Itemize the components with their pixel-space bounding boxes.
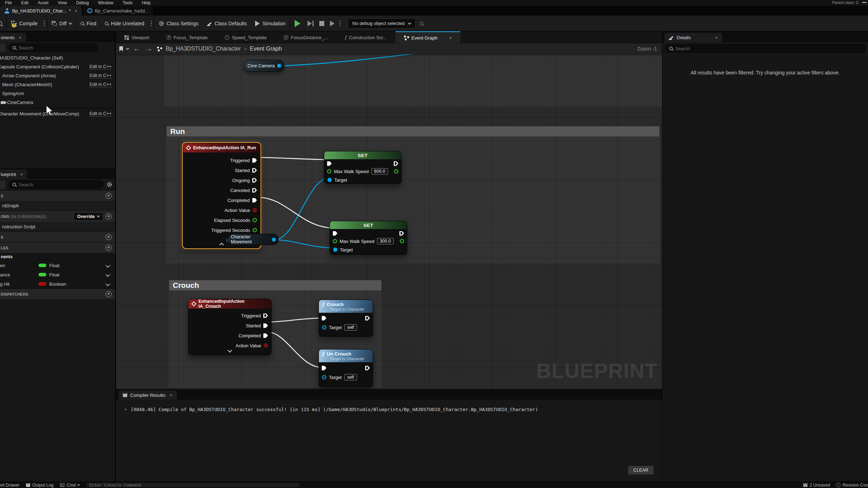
revision-control-button[interactable]: Revision Con	[836, 483, 868, 488]
node-cine-camera[interactable]: Cine Camera	[244, 60, 284, 72]
comment-crouch-title[interactable]: Crouch	[169, 280, 381, 290]
tab-speed-template[interactable]: Speed_Template	[216, 31, 275, 43]
menu-debug[interactable]: Debug	[76, 0, 89, 5]
blueprint-filter-button[interactable]	[0, 180, 6, 189]
menu-asset[interactable]: Asset	[38, 0, 48, 5]
close-icon[interactable]: ×	[20, 172, 23, 177]
my-blueprint-panel-tab[interactable]: lueprint ×	[0, 170, 27, 179]
forward-arrow-icon[interactable]: →	[145, 45, 154, 52]
exec-in-pin[interactable]	[333, 231, 337, 236]
add-component-button[interactable]	[0, 43, 6, 52]
elapsed-seconds-pin[interactable]	[253, 218, 257, 222]
node-character-movement[interactable]: Character Movement	[228, 234, 279, 245]
node-ia-crouch[interactable]: EnhancedInputAction IA_Crouch Triggered …	[188, 299, 272, 355]
details-search-input[interactable]	[675, 46, 861, 51]
compiler-results-tab[interactable]: Compiler Results ×	[119, 390, 177, 400]
settings-gear-icon[interactable]	[107, 182, 112, 187]
exec-pin-triggered[interactable]	[263, 313, 268, 318]
frameskip-button[interactable]	[305, 16, 316, 31]
my-blueprint-search[interactable]	[9, 180, 104, 189]
node-ia-run[interactable]: EnhancedInputAction IA_Run Triggered Sta…	[183, 143, 260, 248]
functions-section-header[interactable]: ONS (34 OVERRIDABLE) Override +	[0, 211, 115, 222]
tab-focus-template[interactable]: Focus_Template	[158, 31, 216, 43]
override-dropdown[interactable]: Override	[74, 213, 103, 220]
edit-in-cpp-link[interactable]: Edit in C++	[89, 82, 112, 87]
bookmark-icon[interactable]	[119, 46, 123, 51]
exec-out-pin[interactable]	[365, 366, 370, 370]
construction-script-row[interactable]: nstruction Script	[0, 222, 115, 232]
unsaved-indicator[interactable]: 2 Unsaved	[803, 483, 830, 488]
edit-in-cpp-link[interactable]: Edit in C++	[89, 64, 112, 69]
variable-row[interactable]: g Hit Boolean	[0, 279, 115, 289]
menu-help[interactable]: Help	[142, 0, 151, 5]
class-settings-button[interactable]: Class Settings	[154, 16, 203, 31]
tab-event-graph[interactable]: Event Graph ×	[396, 31, 461, 43]
output-log-button[interactable]: Output Log	[26, 483, 53, 488]
exec-pin-triggered[interactable]	[252, 158, 257, 163]
tab-viewport[interactable]: Viewport	[116, 31, 158, 43]
exec-pin-started[interactable]	[252, 168, 257, 173]
action-value-pin[interactable]	[253, 208, 257, 212]
float-out-pin[interactable]	[400, 239, 404, 243]
triggered-seconds-pin[interactable]	[253, 228, 257, 232]
variable-row[interactable]: ance Float	[0, 270, 115, 279]
menu-view[interactable]: View	[58, 0, 67, 5]
component-row-springarm[interactable]: SpringArm	[0, 89, 115, 98]
hide-unrelated-button[interactable]: Hide Unrelated	[100, 16, 148, 31]
compile-options-icon[interactable]	[42, 21, 47, 26]
comment-run-title[interactable]: Run	[167, 126, 659, 136]
component-row-mesh[interactable]: Mesh (CharacterMesh0) Edit in C++	[0, 80, 115, 89]
object-output-pin[interactable]	[272, 238, 276, 242]
action-value-pin[interactable]	[264, 343, 268, 348]
chevron-down-icon[interactable]	[126, 47, 129, 50]
component-row-cinecamera[interactable]: CineCamera	[0, 98, 115, 107]
max-walk-speed-value[interactable]: 600.0	[371, 168, 388, 175]
edit-in-cpp-link[interactable]: Edit in C++	[89, 111, 112, 116]
macros-section-header[interactable]: S +	[0, 232, 115, 242]
add-dispatcher-icon[interactable]: +	[105, 291, 112, 297]
event-dispatchers-section-header[interactable]: DISPATCHERS +	[0, 289, 115, 299]
find-button[interactable]: Find	[76, 16, 100, 31]
exec-out-pin[interactable]	[365, 316, 370, 321]
target-self-value[interactable]: self	[344, 374, 357, 380]
event-graph-canvas[interactable]: Run Crouch Cine Camera EnhancedInput	[116, 54, 662, 389]
close-icon[interactable]: ×	[75, 8, 78, 14]
target-pin[interactable]	[322, 375, 326, 379]
exec-out-pin[interactable]	[394, 161, 398, 166]
float-in-pin[interactable]	[333, 239, 337, 243]
component-row-arrow[interactable]: Arrow Component (Arrow) Edit in C++	[0, 71, 115, 80]
node-set-maxwalkspeed-300[interactable]: SET Max Walk Speed 300.0 Target	[330, 221, 407, 255]
details-panel-tab[interactable]: Details ×	[665, 33, 722, 42]
exec-pin-completed[interactable]	[252, 198, 257, 203]
variables-category-components[interactable]: nents	[0, 253, 115, 261]
asset-tab-character[interactable]: Bp_HA3DSTUDIO_Char... * ×	[0, 6, 82, 16]
content-drawer-button[interactable]: ent Drawer	[0, 483, 20, 488]
close-icon[interactable]: ×	[170, 393, 172, 398]
components-panel-tab[interactable]: onents ×	[0, 33, 26, 42]
add-macro-icon[interactable]: +	[105, 234, 112, 240]
play-button[interactable]	[290, 16, 305, 31]
compiler-log-line[interactable]: • [0848.46] Compile of Bp_HA3DSTUDIO_Cha…	[116, 400, 662, 412]
exec-in-pin[interactable]	[322, 316, 326, 321]
float-out-pin[interactable]	[394, 169, 398, 173]
event-graph-row[interactable]: ntGraph	[0, 201, 115, 211]
float-in-pin[interactable]	[327, 169, 331, 173]
object-output-pin[interactable]	[277, 64, 281, 68]
target-pin[interactable]	[327, 178, 332, 182]
exec-in-pin[interactable]	[322, 366, 326, 370]
debug-filter-button[interactable]	[415, 16, 428, 31]
variable-row[interactable]: en Float	[0, 261, 115, 270]
comment-top-partial[interactable]	[164, 54, 662, 106]
play-options-icon[interactable]	[337, 21, 343, 26]
tab-construction-script[interactable]: f Construction Scr...	[336, 31, 395, 43]
eye-closed-icon[interactable]	[105, 282, 111, 285]
exec-in-pin[interactable]	[327, 161, 332, 166]
close-icon[interactable]: ×	[19, 35, 22, 40]
max-walk-speed-value[interactable]: 300.0	[377, 238, 394, 244]
add-variable-icon[interactable]: +	[105, 245, 112, 251]
hide-unrelated-options-icon[interactable]	[149, 21, 154, 26]
node-crouch[interactable]: fCrouch Target is Character Target self	[319, 300, 373, 337]
component-row-capsule[interactable]: Capsule Component (CollisionCylinder) Ed…	[0, 62, 115, 71]
exec-pin-completed[interactable]	[263, 333, 268, 338]
clear-log-button[interactable]: CLEAR	[628, 466, 653, 474]
